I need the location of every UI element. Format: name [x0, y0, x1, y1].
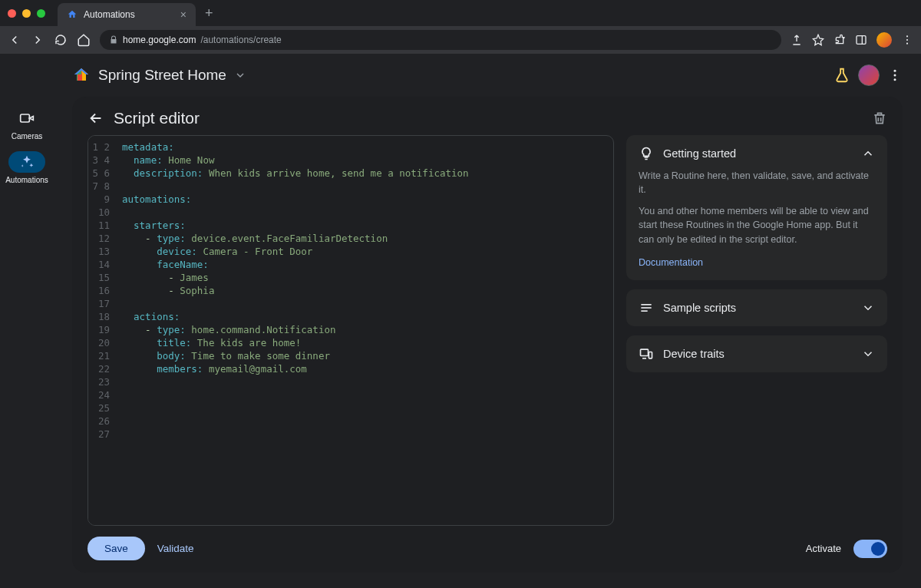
save-button[interactable]: Save — [87, 537, 145, 560]
panel-title: Sample scripts — [663, 302, 852, 314]
browser-toolbar: home.google.com/automations/create — [0, 26, 921, 54]
chevron-down-icon[interactable] — [234, 69, 246, 81]
switch-thumb — [871, 542, 885, 556]
editor-footer: Save Validate Activate — [87, 526, 887, 560]
panel-title: Device traits — [663, 348, 852, 360]
app-header: Spring Street Home — [54, 54, 921, 97]
url-domain: home.google.com — [123, 35, 196, 45]
sidebar-item-label: Cameras — [12, 132, 43, 140]
minimize-window-button[interactable] — [22, 9, 31, 18]
new-tab-button[interactable]: + — [205, 5, 213, 21]
devices-icon — [639, 346, 654, 362]
activate-toggle[interactable] — [853, 540, 887, 558]
browser-tab[interactable]: Automations × — [58, 3, 196, 26]
close-tab-icon[interactable]: × — [180, 8, 187, 21]
browser-tab-strip: Automations × + — [0, 0, 921, 26]
more-vert-icon[interactable] — [887, 68, 903, 83]
svg-rect-0 — [857, 36, 866, 45]
validate-button[interactable]: Validate — [157, 543, 194, 554]
line-number-gutter: 1 2 3 4 5 6 7 8 9 10 11 12 13 14 15 16 1… — [88, 136, 114, 525]
lock-icon — [109, 35, 118, 45]
url-bar[interactable]: home.google.com/automations/create — [100, 30, 781, 50]
svg-point-2 — [906, 35, 908, 37]
browser-menu-icon[interactable] — [901, 34, 913, 46]
reload-icon[interactable] — [54, 33, 68, 47]
back-arrow-icon[interactable] — [87, 110, 104, 127]
documentation-link[interactable]: Documentation — [639, 256, 703, 269]
chevron-down-icon — [861, 301, 875, 315]
star-icon[interactable] — [812, 34, 824, 46]
forward-icon[interactable] — [31, 33, 45, 47]
svg-point-8 — [894, 78, 896, 81]
share-icon[interactable] — [791, 34, 803, 46]
svg-point-4 — [906, 43, 908, 45]
code-body[interactable]: metadata: name: Home Now description: Wh… — [114, 136, 613, 525]
help-side-panel: Getting started Write a Routine here, th… — [626, 135, 887, 526]
sidebar-item-label: Automations — [5, 176, 48, 184]
svg-rect-12 — [641, 349, 649, 355]
svg-point-7 — [894, 74, 896, 77]
list-icon — [639, 300, 654, 315]
lightbulb-icon — [639, 146, 654, 161]
svg-point-3 — [906, 39, 908, 41]
tab-title: Automations — [84, 9, 174, 20]
sparkle-icon — [19, 154, 35, 170]
maximize-window-button[interactable] — [37, 9, 45, 18]
getting-started-panel: Getting started Write a Routine here, th… — [626, 135, 887, 280]
flask-icon[interactable] — [834, 67, 850, 84]
svg-point-6 — [894, 70, 896, 72]
sample-scripts-panel: Sample scripts — [626, 289, 887, 326]
panel-title: Getting started — [663, 147, 852, 160]
chevron-down-icon — [861, 347, 875, 361]
home-icon[interactable] — [77, 33, 91, 47]
delete-icon[interactable] — [872, 111, 887, 126]
page-title: Script editor — [114, 109, 200, 127]
sidebar-item-automations[interactable]: Automations — [5, 151, 48, 184]
device-traits-panel: Device traits — [626, 335, 887, 372]
sample-scripts-header[interactable]: Sample scripts — [639, 300, 875, 315]
profile-avatar-icon[interactable] — [876, 32, 892, 48]
help-text: Write a Routine here, then validate, sav… — [639, 169, 875, 197]
window-controls — [8, 9, 45, 18]
help-text: You and other home members will be able … — [639, 204, 875, 246]
url-path: /automations/create — [200, 35, 281, 45]
close-window-button[interactable] — [8, 9, 16, 18]
google-home-favicon-icon — [67, 9, 78, 20]
google-home-logo-icon — [72, 66, 91, 84]
back-icon[interactable] — [8, 33, 21, 47]
sidebar-item-cameras[interactable]: Cameras — [8, 107, 45, 140]
content-card: Script editor 1 2 3 4 5 6 7 8 9 10 11 12… — [72, 97, 903, 573]
panel-icon[interactable] — [855, 34, 867, 46]
sidebar-rail: Cameras Automations — [0, 54, 54, 588]
chevron-up-icon — [861, 147, 875, 160]
user-avatar[interactable] — [858, 64, 880, 86]
getting-started-header[interactable]: Getting started — [639, 146, 875, 161]
activate-label: Activate — [806, 543, 841, 554]
camera-icon — [19, 111, 35, 126]
code-editor[interactable]: 1 2 3 4 5 6 7 8 9 10 11 12 13 14 15 16 1… — [87, 135, 614, 526]
extensions-icon[interactable] — [834, 34, 846, 46]
svg-rect-13 — [649, 352, 652, 358]
device-traits-header[interactable]: Device traits — [639, 346, 875, 362]
home-name[interactable]: Spring Street Home — [98, 67, 226, 84]
